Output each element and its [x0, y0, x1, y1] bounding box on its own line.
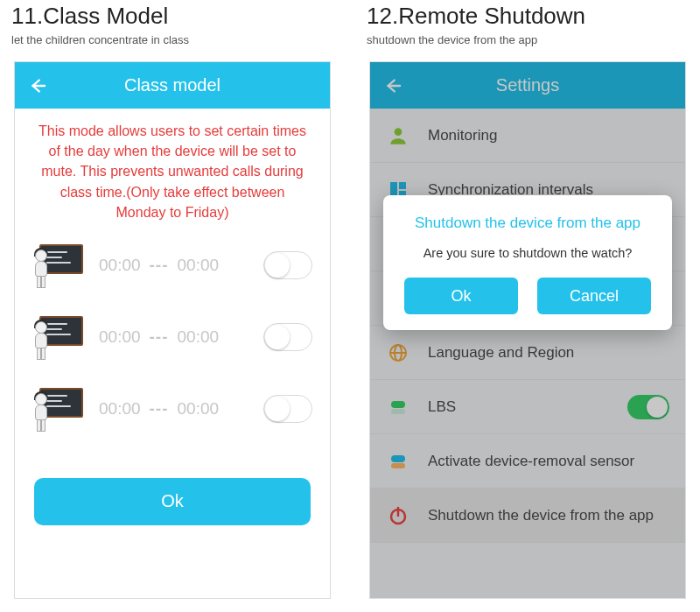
class-model-description: This mode allows users to set certain ti…	[15, 109, 330, 229]
chalkboard-icon	[31, 243, 83, 288]
class-model-screen: Class model This mode allows users to se…	[14, 61, 331, 599]
slot-enable-toggle[interactable]	[263, 395, 312, 423]
dialog-ok-button[interactable]: Ok	[404, 278, 518, 314]
section-subtitle-left: let the children concentrate in class	[11, 33, 189, 46]
class-model-header: Class model	[15, 62, 330, 109]
time-slot: 00:00 --- 00:00	[15, 373, 330, 445]
class-model-ok-button[interactable]: Ok	[34, 478, 311, 525]
class-model-header-title: Class model	[124, 75, 220, 95]
slot-start-time[interactable]: 00:00	[99, 256, 141, 275]
time-separator: ---	[150, 399, 169, 419]
dialog-message: Are you sure to shutdown the watch?	[399, 246, 656, 260]
chalkboard-icon	[31, 386, 83, 432]
slot-start-time[interactable]: 00:00	[99, 327, 141, 347]
section-title-right: 12.Remote Shutdown	[367, 3, 585, 30]
slot-end-time[interactable]: 00:00	[178, 399, 220, 419]
time-separator: ---	[150, 256, 169, 275]
dialog-cancel-button[interactable]: Cancel	[537, 278, 651, 314]
slot-enable-toggle[interactable]	[263, 323, 312, 351]
slot-start-time[interactable]: 00:00	[99, 399, 141, 419]
slot-enable-toggle[interactable]	[263, 251, 312, 279]
back-arrow-icon[interactable]	[27, 76, 46, 95]
slot-end-time[interactable]: 00:00	[178, 327, 220, 347]
slot-end-time[interactable]: 00:00	[178, 256, 220, 275]
modal-overlay[interactable]	[370, 62, 685, 598]
shutdown-confirm-dialog: Shutdown the device from the app Are you…	[383, 195, 672, 330]
time-slot: 00:00 --- 00:00	[15, 301, 330, 373]
settings-screen: Settings Monitoring Synchronization inte…	[369, 61, 686, 599]
time-separator: ---	[150, 327, 169, 347]
section-title-left: 11.Class Model	[11, 3, 168, 30]
time-slot: 00:00 --- 00:00	[15, 229, 330, 301]
chalkboard-icon	[31, 314, 83, 360]
dialog-title: Shutdown the device from the app	[399, 215, 656, 232]
section-subtitle-right: shutdown the device from the app	[367, 33, 537, 46]
